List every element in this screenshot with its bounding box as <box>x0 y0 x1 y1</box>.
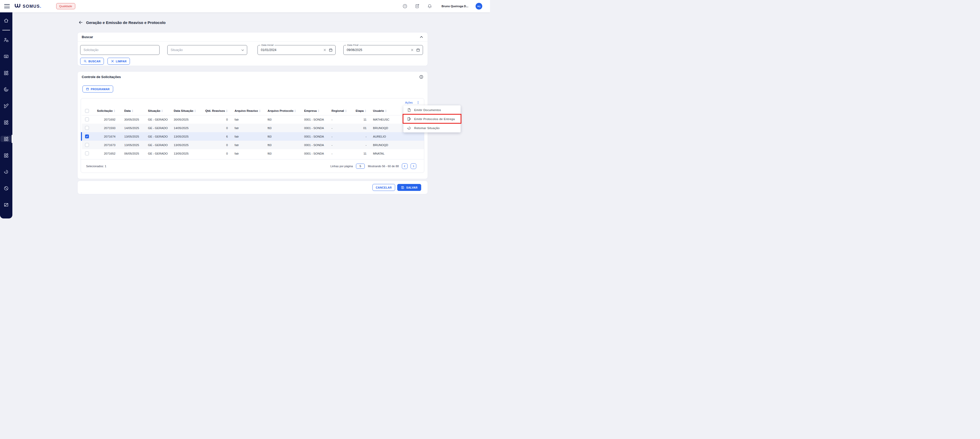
kebab-menu-icon[interactable] <box>416 100 420 105</box>
page-title: Geração e Emissão de Reaviso e Protocolo <box>86 21 165 25</box>
row-checkbox-checked[interactable] <box>85 135 89 138</box>
solicitacao-field[interactable] <box>80 45 159 55</box>
col-empresa[interactable]: Empresa <box>304 109 317 113</box>
sidebar-item-radar[interactable] <box>0 86 12 92</box>
col-situacao[interactable]: Situação <box>148 109 160 113</box>
row-checkbox[interactable] <box>85 152 89 155</box>
hamburger-menu-icon[interactable] <box>4 4 10 8</box>
menu-item-emitir-protocolos[interactable]: Emitir Protocolos de Entrega <box>403 114 461 124</box>
col-arquivo-protocolo[interactable]: Arquivo Protocolo <box>267 109 293 113</box>
sort-icon[interactable] <box>318 109 320 113</box>
sort-icon[interactable] <box>364 109 366 113</box>
person-home-icon <box>3 37 9 43</box>
table-footer: Selecionados: 1 Linhas por página 5 Most… <box>81 159 424 173</box>
solicitacao-input[interactable] <box>84 48 157 52</box>
sort-icon[interactable] <box>259 109 261 113</box>
programar-button[interactable]: PROGRAMAR <box>83 86 113 92</box>
row-checkbox[interactable] <box>85 117 89 121</box>
prev-page-button[interactable] <box>402 163 407 169</box>
sidebar-item-modules-2[interactable] <box>0 119 12 125</box>
notifications-bell-icon[interactable] <box>427 3 432 9</box>
solicitacoes-table: Solicitação Data Situação Data Situação … <box>81 107 424 158</box>
table-container: Ações Solicitação Data Situação Data Sit… <box>81 98 424 173</box>
col-qtd-reavisos[interactable]: Qtd. Reavisos <box>205 109 225 113</box>
row-checkbox[interactable] <box>85 143 89 147</box>
select-all-cell <box>81 107 92 115</box>
category-grid-icon <box>3 120 9 125</box>
sidebar-item-block[interactable] <box>0 185 12 192</box>
info-icon[interactable] <box>419 75 423 79</box>
chevron-up-icon[interactable] <box>419 35 423 39</box>
col-etapa[interactable]: Etapa <box>356 109 364 113</box>
note-add-icon[interactable] <box>415 3 420 9</box>
sort-icon[interactable] <box>294 109 296 113</box>
col-arquivo-reaviso[interactable]: Arquivo Reaviso <box>235 109 258 113</box>
table-header-row: Solicitação Data Situação Data Situação … <box>81 107 424 115</box>
sort-icon[interactable] <box>385 109 387 113</box>
rows-per-page-value[interactable]: 5 <box>356 163 365 169</box>
sort-icon[interactable] <box>132 109 134 113</box>
table-row[interactable]: 2071673 13/05/2025 GE - GERADO 13/05/202… <box>81 141 424 149</box>
restore-icon <box>407 126 411 130</box>
user-name[interactable]: Bruno Queiroga D... <box>442 5 468 8</box>
clear-date-icon[interactable] <box>410 48 414 52</box>
situacao-select[interactable]: Situação <box>167 45 247 55</box>
sidebar-item-modules-3[interactable] <box>0 152 12 158</box>
category-grid-icon <box>3 70 9 76</box>
table-row[interactable]: 2071692 30/05/2025 GE - GERADO 30/05/202… <box>81 115 424 124</box>
next-page-button[interactable] <box>410 163 416 169</box>
data-inicial-field[interactable]: Data Inicial <box>258 45 336 55</box>
sidebar-item-home[interactable] <box>0 17 12 24</box>
control-card: Controle de Solicitações PROGRAMAR Ações <box>77 71 428 179</box>
sidebar-item-modules-active[interactable] <box>0 136 12 142</box>
somus-logo: SOMUS . <box>14 3 41 9</box>
page-header: Geração e Emissão de Reaviso e Protocolo <box>78 20 165 25</box>
col-regional[interactable]: Regional <box>331 109 344 113</box>
x-icon <box>111 60 114 63</box>
document-icon <box>407 108 411 112</box>
sidebar-item-edit[interactable] <box>0 103 12 109</box>
table-row[interactable]: 2071593 14/05/2025 GE - GERADO 14/05/202… <box>81 124 424 132</box>
back-arrow-icon[interactable] <box>78 20 83 25</box>
menu-item-retomar-situacao[interactable]: Retomar Situação <box>403 124 461 132</box>
select-all-checkbox[interactable] <box>85 109 89 113</box>
calendar-icon[interactable] <box>329 48 333 52</box>
top-bar: SOMUS . Qualidade ? Bruno Queiroga D... … <box>0 0 490 13</box>
search-card-header: Buscar <box>78 32 428 42</box>
category-grid-icon <box>3 153 9 158</box>
calendar-icon[interactable] <box>416 48 420 52</box>
sidebar-item-image-off[interactable] <box>0 202 12 208</box>
row-checkbox[interactable] <box>85 126 89 130</box>
sidebar-item-history[interactable] <box>0 169 12 175</box>
data-final-field[interactable]: Data Final <box>343 45 423 55</box>
check-icon <box>86 135 88 138</box>
col-solicitacao[interactable]: Solicitação <box>97 109 113 113</box>
limpar-button[interactable]: LIMPAR <box>108 58 130 65</box>
sidebar-item-modules-1[interactable] <box>0 70 12 76</box>
salvar-button[interactable]: SALVAR <box>397 184 421 191</box>
table-row[interactable]: 2071652 06/05/2025 GE - GERADO 13/05/202… <box>81 149 424 158</box>
cancelar-button[interactable]: CANCELAR <box>372 184 395 191</box>
help-icon[interactable]: ? <box>402 3 407 9</box>
col-usuario[interactable]: Usuário <box>373 109 384 113</box>
sidebar-item-accounts[interactable] <box>0 37 12 43</box>
col-data[interactable]: Data <box>124 109 131 113</box>
menu-item-emitir-documentos[interactable]: Emitir Documentos <box>403 105 461 114</box>
sidebar-item-card-machine[interactable] <box>0 53 12 60</box>
sort-icon[interactable] <box>161 109 163 113</box>
data-inicial-input[interactable] <box>261 48 323 52</box>
block-icon <box>3 186 9 191</box>
acoes-label[interactable]: Ações <box>405 101 413 104</box>
buscar-button[interactable]: BUSCAR <box>80 58 104 65</box>
clear-date-icon[interactable] <box>323 48 326 52</box>
col-data-situacao[interactable]: Data Situação <box>174 109 193 113</box>
sort-icon[interactable] <box>113 109 116 113</box>
sort-icon[interactable] <box>345 109 347 113</box>
sort-icon[interactable] <box>194 109 196 113</box>
avatar[interactable]: BQ <box>476 3 482 10</box>
logo-text: SOMUS <box>23 4 40 9</box>
table-row-selected[interactable]: 2071674 13/05/2025 GE - GERADO 13/05/202… <box>81 132 424 141</box>
sort-icon[interactable] <box>226 109 228 113</box>
search-card: Buscar Situação Data Inicial Data Final <box>77 32 428 66</box>
data-final-input[interactable] <box>347 48 410 52</box>
